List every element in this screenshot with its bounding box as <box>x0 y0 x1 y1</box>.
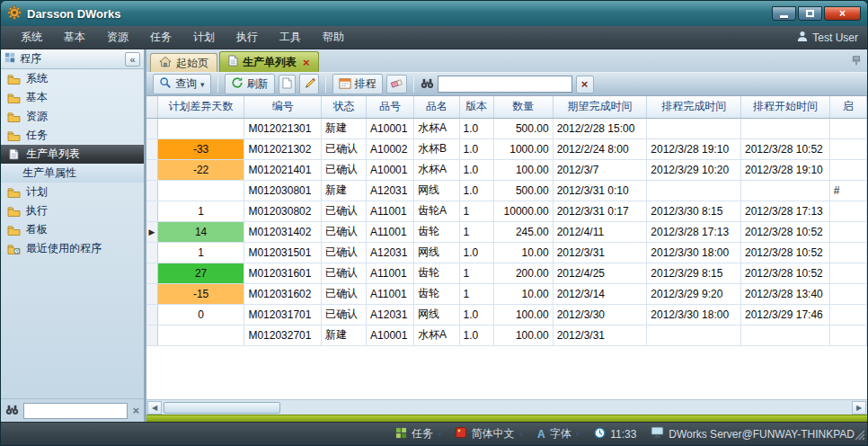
table-row[interactable]: -33M012021302已确认A10002水杯B1.01000.002012/… <box>146 138 867 159</box>
menu-item[interactable]: 系统 <box>10 25 53 49</box>
cell <box>829 304 866 325</box>
folder-icon <box>7 130 21 141</box>
menu-item[interactable]: 任务 <box>139 25 182 49</box>
clear-schedule-button[interactable] <box>386 75 407 94</box>
resize-grip[interactable] <box>855 430 865 443</box>
row-selector[interactable] <box>146 242 157 263</box>
column-header[interactable]: 启 <box>829 96 866 118</box>
table-row[interactable]: M012021301新建A10001水杯A1.0500.002012/2/28 … <box>146 118 867 138</box>
row-selector[interactable] <box>146 201 157 221</box>
row-selector[interactable] <box>146 159 157 180</box>
cell: M012021401 <box>244 159 322 180</box>
tab[interactable]: 生产单列表× <box>219 51 319 72</box>
cell: 2012/3/29 8:15 <box>647 263 741 283</box>
column-header[interactable]: 计划差异天数 <box>157 96 244 118</box>
menu-item[interactable]: 计划 <box>182 25 226 49</box>
sidebar-item[interactable]: 系统 <box>1 69 144 88</box>
cell <box>829 201 866 221</box>
folder-icon <box>7 206 21 217</box>
column-header[interactable]: 品号 <box>367 96 414 118</box>
table-row[interactable]: ▶14M012031402已确认A11001齿轮1245.002012/4/11… <box>146 221 867 242</box>
table-row[interactable]: M012030801新建A12031网线1.0500.002012/3/31 0… <box>146 180 867 201</box>
cell: 已确认 <box>321 263 366 283</box>
refresh-button[interactable]: 刷新 <box>225 74 275 94</box>
row-selector[interactable] <box>146 325 157 345</box>
user-area[interactable]: Test User <box>797 31 858 45</box>
minimize-button[interactable] <box>772 6 796 21</box>
query-button[interactable]: 查询 ▾ <box>153 74 211 94</box>
pin-icon[interactable] <box>851 55 862 68</box>
menu-item[interactable]: 帮助 <box>312 25 355 49</box>
maximize-button[interactable] <box>798 6 822 21</box>
menu-item[interactable]: 基本 <box>53 25 96 49</box>
menu-item[interactable]: 执行 <box>226 25 269 49</box>
task-menu[interactable]: 任务 ▾ <box>395 426 442 442</box>
menu-item[interactable]: 工具 <box>269 25 312 49</box>
diff-days-cell <box>157 118 244 138</box>
table-row[interactable]: -15M012031602已确认A11001齿轮110.002012/3/142… <box>146 283 867 304</box>
row-selector[interactable] <box>146 263 157 283</box>
column-header[interactable]: 期望完成时间 <box>553 96 647 118</box>
table-row[interactable]: 0M012031701已确认A12031网线1.0100.002012/3/30… <box>146 304 867 325</box>
table-row[interactable]: 1M012030802已确认A11001齿轮A110000.002012/3/3… <box>146 201 867 221</box>
sidebar-item[interactable]: 资源 <box>1 107 144 126</box>
sidebar-item[interactable]: 计划 <box>1 183 144 201</box>
cell: 100.00 <box>494 159 554 180</box>
sidebar-collapse-button[interactable]: « <box>125 52 140 67</box>
table-row[interactable]: -22M012021401已确认A10001水杯A1.0100.002012/3… <box>146 159 867 180</box>
scroll-right-icon[interactable]: ▶ <box>852 401 866 415</box>
sidebar: 程序 « 系统基本资源任务生产单列表生产单属性计划执行看板最近使用的程序 × <box>1 49 146 422</box>
sidebar-item-label: 看板 <box>26 222 48 237</box>
row-selector[interactable] <box>146 138 157 159</box>
schedule-button[interactable]: 排程 <box>332 74 383 94</box>
sidebar-item[interactable]: 任务 <box>1 126 144 145</box>
sidebar-item[interactable]: 生产单属性 <box>1 164 144 183</box>
sidebar-item[interactable]: 最近使用的程序 <box>1 239 144 258</box>
filter-clear-button[interactable]: × <box>576 76 594 94</box>
row-selector[interactable] <box>146 118 157 138</box>
column-header[interactable]: 状态 <box>321 96 366 118</box>
close-button[interactable]: × <box>824 6 861 21</box>
column-header[interactable]: 数量 <box>494 96 554 118</box>
sidebar-search-input[interactable] <box>23 403 128 419</box>
new-button[interactable] <box>279 75 296 94</box>
sidebar-item[interactable]: 看板 <box>1 220 144 239</box>
table-row[interactable]: M012032701新建A10001水杯A1.0100.002012/3/31 <box>146 325 867 345</box>
column-header[interactable]: 品名 <box>414 96 459 118</box>
scrollbar-thumb[interactable] <box>164 402 280 414</box>
table-row[interactable]: 27M012031601已确认A11001齿轮1200.002012/4/252… <box>146 263 867 283</box>
row-selector[interactable] <box>146 304 157 325</box>
task-icon <box>395 427 407 442</box>
tab[interactable]: 起始页 <box>150 53 217 72</box>
cell: M012021301 <box>244 118 322 138</box>
cell: 2012/3/31 0:10 <box>553 180 647 201</box>
edit-button[interactable] <box>299 74 319 94</box>
refresh-icon <box>231 76 244 92</box>
cell: M012031501 <box>244 242 322 263</box>
scroll-left-icon[interactable]: ◀ <box>147 401 162 415</box>
horizontal-scrollbar[interactable]: ◀ ▶ <box>146 399 867 415</box>
column-header[interactable]: 版本 <box>459 96 493 118</box>
row-selector[interactable] <box>146 283 157 304</box>
filter-input[interactable] <box>438 76 572 93</box>
column-header[interactable]: 排程完成时间 <box>647 96 741 118</box>
sidebar-item[interactable]: 执行 <box>1 201 144 220</box>
sidebar-search-clear-icon[interactable]: × <box>132 405 139 416</box>
sidebar-item[interactable]: 基本 <box>1 88 144 107</box>
language-menu[interactable]: 简体中文 ▾ <box>456 426 523 442</box>
menu-item[interactable]: 资源 <box>96 25 139 49</box>
tab-close-icon[interactable]: × <box>303 57 310 68</box>
cell: 网线 <box>414 180 459 201</box>
sidebar-item[interactable]: 生产单列表 <box>1 145 144 164</box>
row-selector[interactable] <box>146 180 157 201</box>
font-label: 字体 <box>550 426 571 442</box>
cell <box>647 325 741 345</box>
table-row[interactable]: 1M012031501已确认A12031网线1.010.002012/3/312… <box>146 242 867 263</box>
row-selector[interactable]: ▶ <box>146 221 157 242</box>
cell: 500.00 <box>494 180 554 201</box>
column-header[interactable]: 编号 <box>244 96 322 118</box>
font-menu[interactable]: A 字体 ▾ <box>537 426 580 442</box>
cell: 100.00 <box>494 304 554 325</box>
column-header[interactable]: 排程开始时间 <box>741 96 830 118</box>
cell: 2012/3/28 10:52 <box>741 138 830 159</box>
